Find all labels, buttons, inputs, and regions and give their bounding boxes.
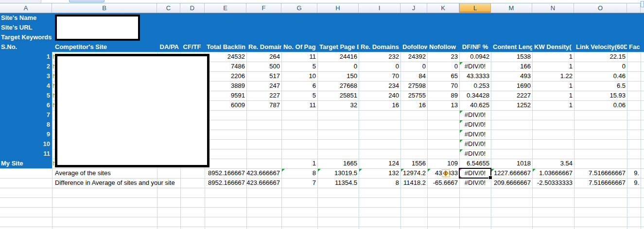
cell-G-4[interactable]: 6 — [281, 81, 317, 91]
cell-K-6[interactable]: 13 — [427, 100, 459, 110]
row-sno-5[interactable]: 5 — [0, 91, 50, 100]
cell-L-my-site[interactable]: 6.54655 — [459, 159, 491, 168]
label-sites-name[interactable]: Site's Name — [1, 13, 52, 23]
column-header-N[interactable]: N — [532, 3, 574, 13]
cell-E-4[interactable]: 3889 — [205, 81, 246, 91]
difference-row-label[interactable]: Difference in Average of sites and your … — [55, 178, 175, 188]
column-header-J[interactable]: J — [400, 3, 427, 13]
cell-O-2[interactable]: 0 — [574, 62, 627, 71]
cell-J-6[interactable]: 16 — [400, 100, 427, 110]
cell-J-average[interactable]: 12974.2 — [400, 168, 427, 178]
cell-N-1[interactable]: 1 — [532, 52, 574, 62]
cell-L-4[interactable]: 0.253 — [459, 81, 491, 91]
metric-header-O[interactable]: Link Velocity(60D) — [574, 42, 627, 52]
cell-O-difference[interactable]: 7.516666667 — [574, 178, 627, 188]
cell-I-average[interactable]: 132 — [359, 168, 400, 178]
cell-E-5[interactable]: 9591 — [205, 91, 246, 100]
cell-F-difference[interactable]: 423.666667 — [246, 178, 281, 188]
row-sno-6[interactable]: 6 — [0, 100, 50, 110]
cell-N-difference[interactable]: -2.50333333 — [532, 178, 574, 188]
cell-G-6[interactable]: 11 — [281, 100, 317, 110]
da-pa-header[interactable]: DA/PA — [157, 42, 179, 52]
cell-G-average[interactable]: 8 — [281, 168, 317, 178]
cell-K-3[interactable]: 65 — [427, 71, 459, 81]
average-row-label[interactable]: Average of the sites — [55, 168, 111, 178]
metric-header-J[interactable]: Dofollow — [400, 42, 427, 52]
cell-O-3[interactable]: 0.46 — [574, 71, 627, 81]
cell-P-average[interactable]: 9. — [627, 168, 641, 178]
cell-H-5[interactable]: 25851 — [317, 91, 359, 100]
column-header-partial[interactable] — [627, 3, 641, 13]
cell-L-10[interactable]: #DIV/0! — [459, 139, 491, 149]
cell-E-average[interactable]: 8952.166667 — [205, 168, 246, 178]
cell-G-1[interactable]: 11 — [281, 52, 317, 62]
cell-H-1[interactable]: 24416 — [317, 52, 359, 62]
competitor-site-header[interactable]: Competitor's Site — [55, 42, 155, 52]
column-header-C[interactable]: C — [157, 3, 180, 13]
metric-header-P[interactable]: Fac — [627, 42, 641, 52]
cell-M-2[interactable]: 166 — [491, 62, 532, 71]
metric-header-G[interactable]: No. Of Pag — [281, 42, 317, 52]
cell-M-4[interactable]: 1690 — [491, 81, 532, 91]
cell-L-11[interactable]: #DIV/0! — [459, 149, 491, 159]
cell-M-my-site[interactable]: 1018 — [491, 159, 532, 168]
cell-M-6[interactable]: 1252 — [491, 100, 532, 110]
metric-header-N[interactable]: KW Density( — [532, 42, 574, 52]
cell-K-2[interactable]: 0 — [427, 62, 459, 71]
cell-E-1[interactable]: 24532 — [205, 52, 246, 62]
cell-L-difference[interactable]: #DIV/0! — [459, 178, 491, 188]
cell-O-1[interactable]: 22.15 — [574, 52, 627, 62]
cell-K-5[interactable]: 89 — [427, 91, 459, 100]
cell-G-my-site[interactable]: 1 — [281, 159, 317, 168]
cell-J-my-site[interactable]: 1556 — [400, 159, 427, 168]
metric-header-E[interactable]: Total Backlin — [205, 42, 246, 52]
row-sno-8[interactable]: 8 — [0, 120, 50, 130]
cell-J-4[interactable]: 27598 — [400, 81, 427, 91]
cell-I-2[interactable]: 0 — [359, 62, 400, 71]
cell-F-average[interactable]: 423.666667 — [246, 168, 281, 178]
cell-F-5[interactable]: 227 — [246, 91, 281, 100]
cell-I-1[interactable]: 232 — [359, 52, 400, 62]
label-sites-url[interactable]: Site's URL — [1, 23, 52, 33]
row-sno-2[interactable]: 2 — [0, 62, 50, 71]
cell-J-2[interactable]: 0 — [400, 62, 427, 71]
metric-header-L[interactable]: DF/NF % — [459, 42, 491, 52]
column-header-G[interactable]: G — [281, 3, 317, 13]
row-sno-9[interactable]: 9 — [0, 130, 50, 139]
cell-G-5[interactable]: 5 — [281, 91, 317, 100]
cell-N-my-site[interactable]: 3.54 — [532, 159, 574, 168]
cell-G-difference[interactable]: 7 — [281, 178, 317, 188]
column-header-D[interactable]: D — [180, 3, 205, 13]
column-header-O[interactable]: O — [574, 3, 627, 13]
cell-O-average[interactable]: 7.516666667 — [574, 168, 627, 178]
cell-F-1[interactable]: 264 — [246, 52, 281, 62]
cell-M-1[interactable]: 1538 — [491, 52, 532, 62]
cell-N-4[interactable]: 1 — [532, 81, 574, 91]
column-header-I[interactable]: I — [359, 3, 400, 13]
cell-H-difference[interactable]: 11354.5 — [317, 178, 359, 188]
cell-I-difference[interactable]: 8 — [359, 178, 400, 188]
cell-I-my-site[interactable]: 124 — [359, 159, 400, 168]
cell-I-3[interactable]: 70 — [359, 71, 400, 81]
fill-handle[interactable] — [488, 176, 492, 180]
cell-L-8[interactable]: #DIV/0! — [459, 120, 491, 130]
cell-I-5[interactable]: 240 — [359, 91, 400, 100]
cell-K-1[interactable]: 23 — [427, 52, 459, 62]
cell-K-my-site[interactable]: 109 — [427, 159, 459, 168]
cell-E-3[interactable]: 2206 — [205, 71, 246, 81]
cell-F-2[interactable]: 500 — [246, 62, 281, 71]
cell-L-9[interactable]: #DIV/0! — [459, 130, 491, 139]
cell-K-difference[interactable]: -65.6667 — [427, 178, 459, 188]
scrollbar-corner[interactable] — [641, 1, 644, 7]
column-header-F[interactable]: F — [246, 3, 281, 13]
cell-N-3[interactable]: 1.22 — [532, 71, 574, 81]
cell-H-4[interactable]: 27668 — [317, 81, 359, 91]
cell-E-2[interactable]: 7486 — [205, 62, 246, 71]
row-sno-7[interactable]: 7 — [0, 110, 50, 120]
column-header-K[interactable]: K — [427, 3, 459, 13]
cell-J-5[interactable]: 25755 — [400, 91, 427, 100]
metric-header-F[interactable]: Re. Domain — [246, 42, 281, 52]
cell-H-my-site[interactable]: 1665 — [317, 159, 359, 168]
error-options-button[interactable]: ! — [442, 169, 450, 177]
cell-E-6[interactable]: 6009 — [205, 100, 246, 110]
